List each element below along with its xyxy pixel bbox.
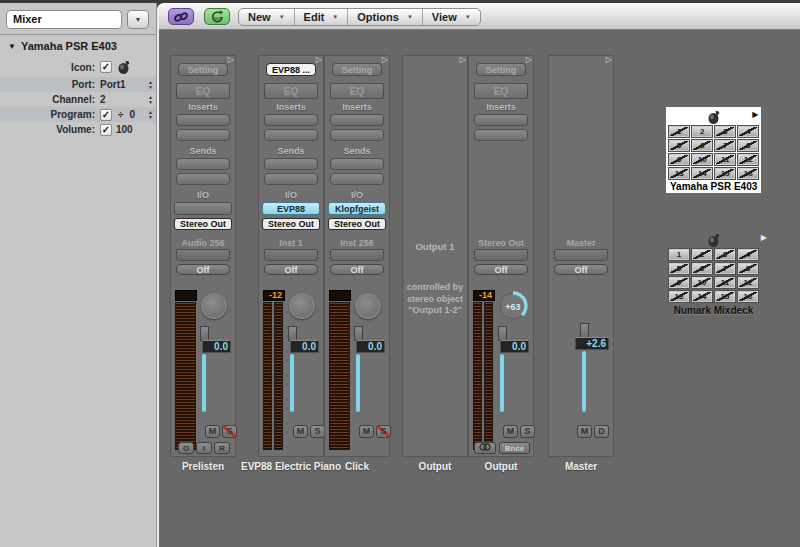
- insert-slot[interactable]: [264, 129, 318, 141]
- icon-checkbox[interactable]: ✓: [100, 61, 112, 73]
- group-slot[interactable]: [330, 249, 384, 261]
- fader-handle[interactable]: [580, 323, 589, 338]
- multi-instrument-yamaha[interactable]: ▶ 12345678910111213141516 Yamaha PSR E40…: [666, 107, 761, 193]
- object-arrow-icon[interactable]: ▷: [526, 56, 532, 64]
- instrument-name[interactable]: Numark Mixdeck: [674, 305, 753, 316]
- object-arrow-icon[interactable]: ▷: [228, 56, 234, 64]
- instrument-slot[interactable]: EVP88: [262, 202, 320, 215]
- input-button[interactable]: I: [196, 442, 212, 454]
- midi-channel-12[interactable]: 12: [737, 153, 759, 166]
- layer-dropdown-button[interactable]: ▼: [127, 10, 149, 29]
- midi-channel-14[interactable]: 14: [691, 290, 713, 303]
- midi-channel-6[interactable]: 6: [691, 262, 713, 275]
- fader-handle[interactable]: [354, 326, 363, 341]
- program-value[interactable]: 0: [130, 109, 138, 120]
- solo-button[interactable]: S: [520, 425, 535, 438]
- midi-channel-10[interactable]: 10: [691, 153, 713, 166]
- eq-button[interactable]: EQ: [264, 83, 318, 99]
- channel-value[interactable]: 2: [100, 94, 108, 105]
- automation-button[interactable]: Off: [330, 264, 384, 275]
- port-stepper[interactable]: ▲▼: [148, 80, 153, 90]
- volume-display[interactable]: 0.0: [202, 340, 231, 353]
- midi-channel-2[interactable]: 2: [691, 248, 713, 261]
- automation-button[interactable]: Off: [554, 264, 608, 275]
- midi-channel-6[interactable]: 6: [691, 139, 713, 152]
- automation-button[interactable]: Off: [176, 264, 230, 275]
- midi-channel-16[interactable]: 16: [737, 167, 759, 180]
- object-arrow-icon[interactable]: ▷: [606, 56, 612, 64]
- midi-channel-11[interactable]: 11: [714, 276, 736, 289]
- midi-channel-7[interactable]: 7: [714, 139, 736, 152]
- strip-name-click[interactable]: Click: [324, 460, 390, 472]
- setting-button[interactable]: Setting: [178, 63, 228, 76]
- midi-channel-8[interactable]: 8: [737, 262, 759, 275]
- midi-channel-15[interactable]: 15: [714, 290, 736, 303]
- automation-button[interactable]: Off: [474, 264, 528, 275]
- setting-button[interactable]: Setting: [476, 63, 526, 76]
- output-mode-button[interactable]: O: [178, 442, 194, 454]
- fader-track[interactable]: [356, 354, 360, 412]
- eq-button[interactable]: EQ: [474, 83, 528, 99]
- midi-channel-13[interactable]: 13: [668, 290, 690, 303]
- midi-channel-9[interactable]: 9: [668, 276, 690, 289]
- fader-handle[interactable]: [498, 326, 507, 341]
- mute-button[interactable]: M: [293, 425, 308, 438]
- instrument-name[interactable]: Yamaha PSR E403: [668, 181, 759, 193]
- group-slot[interactable]: [554, 249, 608, 261]
- dim-button[interactable]: D: [594, 425, 609, 438]
- fader-track[interactable]: [582, 351, 586, 412]
- menu-edit[interactable]: Edit▼: [295, 9, 349, 25]
- send-slot[interactable]: [264, 158, 318, 170]
- eq-button[interactable]: EQ: [330, 83, 384, 99]
- link-button[interactable]: [168, 8, 194, 25]
- disclosure-triangle-icon[interactable]: ▼: [8, 42, 16, 51]
- midi-channel-8[interactable]: 8: [737, 139, 759, 152]
- menu-options[interactable]: Options▼: [348, 9, 423, 25]
- midi-channel-10[interactable]: 10: [691, 276, 713, 289]
- strip-name-output2[interactable]: Output: [468, 460, 534, 472]
- midi-channel-14[interactable]: 14: [691, 167, 713, 180]
- insert-slot[interactable]: [474, 129, 528, 141]
- bounce-button[interactable]: Bnce: [499, 442, 530, 454]
- group-slot[interactable]: [474, 249, 528, 261]
- output-button[interactable]: Stereo Out: [328, 218, 386, 230]
- midi-channel-5[interactable]: 5: [668, 139, 690, 152]
- link-out-button[interactable]: OUT: [204, 8, 230, 25]
- send-slot[interactable]: [330, 158, 384, 170]
- strip-name-prelisten[interactable]: Prelisten: [170, 460, 236, 472]
- midi-channel-15[interactable]: 15: [714, 167, 736, 180]
- midi-channel-11[interactable]: 11: [714, 153, 736, 166]
- insert-slot[interactable]: [330, 129, 384, 141]
- strip-name-master[interactable]: Master: [548, 460, 614, 472]
- solo-button[interactable]: S: [376, 425, 391, 438]
- midi-channel-1[interactable]: 1: [668, 125, 690, 138]
- fader-handle[interactable]: [288, 326, 297, 341]
- volume-display[interactable]: +2.6: [575, 337, 609, 350]
- instrument-slot[interactable]: Klopfgeist: [328, 202, 386, 215]
- output-button[interactable]: Stereo Out: [262, 218, 320, 230]
- midi-channel-7[interactable]: 7: [714, 262, 736, 275]
- object-arrow-icon[interactable]: ▷: [382, 56, 388, 64]
- midi-channel-1[interactable]: 1: [668, 248, 690, 261]
- send-slot[interactable]: [176, 173, 230, 185]
- mute-button[interactable]: M: [577, 425, 592, 438]
- insert-slot[interactable]: [264, 114, 318, 126]
- volume-value[interactable]: 100: [116, 124, 135, 135]
- group-slot[interactable]: [264, 249, 318, 261]
- midi-channel-3[interactable]: 3: [714, 248, 736, 261]
- layer-name-field[interactable]: Mixer: [6, 10, 122, 29]
- group-slot[interactable]: [176, 249, 230, 261]
- volume-display[interactable]: 0.0: [356, 340, 385, 353]
- cable-arrow-icon[interactable]: ▶: [752, 111, 758, 119]
- midi-channel-4[interactable]: 4: [737, 248, 759, 261]
- solo-button[interactable]: S: [310, 425, 325, 438]
- insert-slot[interactable]: [330, 114, 384, 126]
- volume-display[interactable]: 0.0: [290, 340, 319, 353]
- send-slot[interactable]: [264, 173, 318, 185]
- insert-slot[interactable]: [176, 114, 230, 126]
- object-arrow-icon[interactable]: ▷: [460, 56, 466, 64]
- menu-new[interactable]: New▼: [239, 9, 295, 25]
- program-stepper[interactable]: ▲▼: [148, 110, 153, 120]
- object-arrow-icon[interactable]: ▷: [316, 56, 322, 64]
- output-button[interactable]: Stereo Out: [174, 218, 232, 230]
